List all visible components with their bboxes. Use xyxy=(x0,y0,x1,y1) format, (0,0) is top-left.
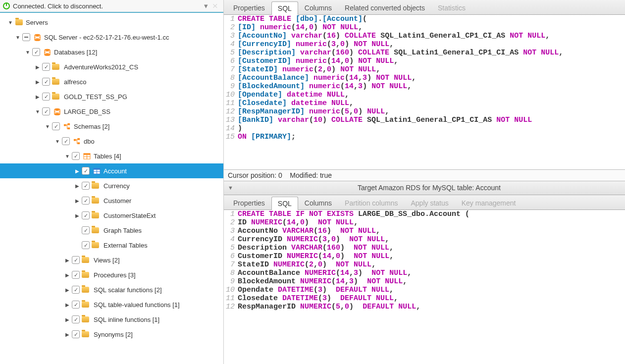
code-line: 2[ID] numeric(14,0) NOT NULL, xyxy=(224,23,625,32)
tab2-properties[interactable]: Properties xyxy=(227,196,271,209)
tab-related[interactable]: Related converted objects xyxy=(338,1,431,14)
tree-currency[interactable]: ▶Currency xyxy=(0,178,223,193)
tree-checkbox[interactable] xyxy=(22,33,30,41)
tree-icon xyxy=(93,241,101,249)
tree-toggle[interactable]: ▼ xyxy=(45,124,51,129)
code-text: AccountBalance NUMERIC(14,3) NOT NULL, xyxy=(238,269,412,277)
tree-toggle[interactable]: ▶ xyxy=(64,302,70,308)
tree-checkbox[interactable] xyxy=(72,152,80,160)
tree-toggle[interactable]: ▶ xyxy=(64,272,70,278)
tree-checkbox[interactable] xyxy=(82,241,90,249)
tab2-columns[interactable]: Columns xyxy=(298,196,338,209)
tree-checkbox[interactable] xyxy=(82,182,90,190)
tree-large-db[interactable]: ▼LARGE_DB_SS xyxy=(0,104,223,119)
code-text: CurrencyID NUMERIC(3,0) NOT NULL, xyxy=(238,235,389,244)
tree-label: Databases [12] xyxy=(54,49,97,56)
tree-toggle[interactable]: ▼ xyxy=(54,139,60,144)
tree-toggle[interactable]: ▶ xyxy=(74,168,80,174)
power-icon[interactable] xyxy=(3,2,10,9)
tree-checkbox[interactable] xyxy=(32,48,40,56)
tree-toggle[interactable]: ▼ xyxy=(15,35,21,40)
tree-table-valued-functions[interactable]: ▶SQL table-valued functions [1] xyxy=(0,297,223,312)
line-number: 4 xyxy=(224,40,238,49)
tree-toggle[interactable]: ▶ xyxy=(64,258,70,263)
tree-checkbox[interactable] xyxy=(82,211,90,219)
tree-toggle[interactable]: ▼ xyxy=(7,20,13,25)
tree-toggle[interactable]: ▶ xyxy=(64,287,70,293)
line-number: 10 xyxy=(224,91,238,99)
tree-account[interactable]: ▶Account xyxy=(0,163,223,178)
tree-toggle[interactable]: ▼ xyxy=(35,109,41,114)
tree-sqlserver[interactable]: ▼SQL Server - ec2-52-17-21-76.eu-west-1.… xyxy=(0,30,223,45)
tree-dbo[interactable]: ▼dbo xyxy=(0,134,223,149)
tree-label: Customer xyxy=(104,197,131,205)
tree-synonyms[interactable]: ▶Synonyms [2] xyxy=(0,327,223,342)
tree-customerstateext[interactable]: ▶CustomerStateExt xyxy=(0,208,223,223)
svg-rect-9 xyxy=(63,124,66,126)
tree-checkbox[interactable] xyxy=(72,330,80,338)
tree-checkbox[interactable] xyxy=(42,78,50,86)
tree-alfresco[interactable]: ▶alfresco xyxy=(0,74,223,89)
tree-checkbox[interactable] xyxy=(42,107,50,115)
tree-toggle[interactable]: ▶ xyxy=(64,332,70,337)
tree-checkbox[interactable] xyxy=(82,167,90,175)
tree-checkbox[interactable] xyxy=(82,226,90,234)
code-text: CustomerID NUMERIC(14,0) NOT NULL, xyxy=(238,252,394,260)
code-text: [AccountBalance] numeric(14,3) NOT NULL, xyxy=(238,74,416,82)
tree-tables[interactable]: ▼Tables [4] xyxy=(0,149,223,163)
filter-icon[interactable]: ▾ xyxy=(204,1,208,10)
tree-toggle[interactable]: ▶ xyxy=(64,317,70,322)
tab-sql[interactable]: SQL xyxy=(271,1,298,15)
tree-label: SQL table-valued functions [1] xyxy=(94,301,180,309)
tree-toggle[interactable]: ▶ xyxy=(35,94,41,100)
tree-toggle[interactable]: ▶ xyxy=(35,79,41,85)
tab2-sql[interactable]: SQL xyxy=(271,197,298,210)
tree-toggle[interactable]: ▶ xyxy=(74,198,80,204)
tree-procedures[interactable]: ▶Procedures [3] xyxy=(0,267,223,282)
server-icon xyxy=(33,33,41,41)
tree-checkbox[interactable] xyxy=(72,271,80,279)
svg-rect-16 xyxy=(83,153,90,155)
tree-checkbox[interactable] xyxy=(72,286,80,294)
tree-scalar-functions[interactable]: ▶SQL scalar functions [2] xyxy=(0,282,223,297)
line-number: 11 xyxy=(224,294,238,303)
tree-toggle[interactable]: ▶ xyxy=(74,183,80,189)
tree-databases[interactable]: ▼Databases [12] xyxy=(0,45,223,59)
tree-schemas[interactable]: ▼Schemas [2] xyxy=(0,119,223,134)
line-number: 12 xyxy=(224,303,238,311)
tree-checkbox[interactable] xyxy=(52,122,60,130)
code-text: CREATE TABLE IF NOT EXISTS LARGE_DB_SS_d… xyxy=(238,210,469,218)
tree-checkbox[interactable] xyxy=(82,197,90,205)
tree-checkbox[interactable] xyxy=(42,63,50,71)
tree-toggle[interactable]: ▶ xyxy=(35,64,41,70)
tree-checkbox[interactable] xyxy=(72,301,80,309)
tree-adventureworks[interactable]: ▶AdventureWorks2012_CS xyxy=(0,59,223,74)
tree-checkbox[interactable] xyxy=(42,93,50,101)
tab-properties[interactable]: Properties xyxy=(227,1,271,14)
code-text: CREATE TABLE [dbo].[Account]( xyxy=(238,15,367,23)
tree-external-tables[interactable]: External Tables xyxy=(0,238,223,253)
target-sql-editor[interactable]: 1CREATE TABLE IF NOT EXISTS LARGE_DB_SS_… xyxy=(224,210,625,364)
connection-text[interactable]: Connected. Click to disconnect. xyxy=(13,2,202,10)
tree-gold[interactable]: ▶GOLD_TEST_SS_PG xyxy=(0,89,223,104)
line-number: 2 xyxy=(224,218,238,227)
collapse-icon[interactable]: ▼ xyxy=(228,185,233,191)
tree-toggle[interactable]: ▼ xyxy=(64,154,70,159)
tree-checkbox[interactable] xyxy=(62,137,70,145)
tree-customer[interactable]: ▶Customer xyxy=(0,193,223,208)
tree-inline-functions[interactable]: ▶SQL inline functions [1] xyxy=(0,312,223,327)
source-sql-editor[interactable]: 1CREATE TABLE [dbo].[Account](2[ID] nume… xyxy=(224,15,625,169)
target-title: Target Amazon RDS for MySQL table: Accou… xyxy=(237,184,621,192)
target-bar[interactable]: ▼ Target Amazon RDS for MySQL table: Acc… xyxy=(224,181,625,195)
line-number: 1 xyxy=(224,210,238,218)
tree[interactable]: ▼Servers▼SQL Server - ec2-52-17-21-76.eu… xyxy=(0,13,223,364)
tree-label: CustomerStateExt xyxy=(104,212,156,219)
tree-toggle[interactable]: ▼ xyxy=(25,50,31,55)
tab-columns[interactable]: Columns xyxy=(298,1,338,14)
tree-checkbox[interactable] xyxy=(72,315,80,323)
tree-toggle[interactable]: ▶ xyxy=(74,213,80,218)
tree-checkbox[interactable] xyxy=(72,256,80,264)
tree-graph-tables[interactable]: Graph Tables xyxy=(0,223,223,238)
tree-servers[interactable]: ▼Servers xyxy=(0,15,223,30)
tree-views[interactable]: ▶Views [2] xyxy=(0,253,223,267)
